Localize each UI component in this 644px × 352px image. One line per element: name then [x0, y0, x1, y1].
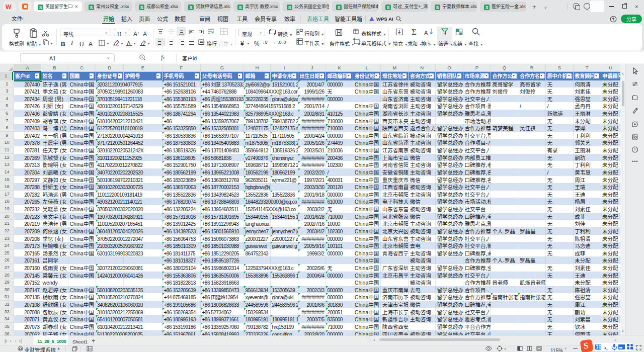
svg-text:?: ?	[634, 147, 636, 152]
